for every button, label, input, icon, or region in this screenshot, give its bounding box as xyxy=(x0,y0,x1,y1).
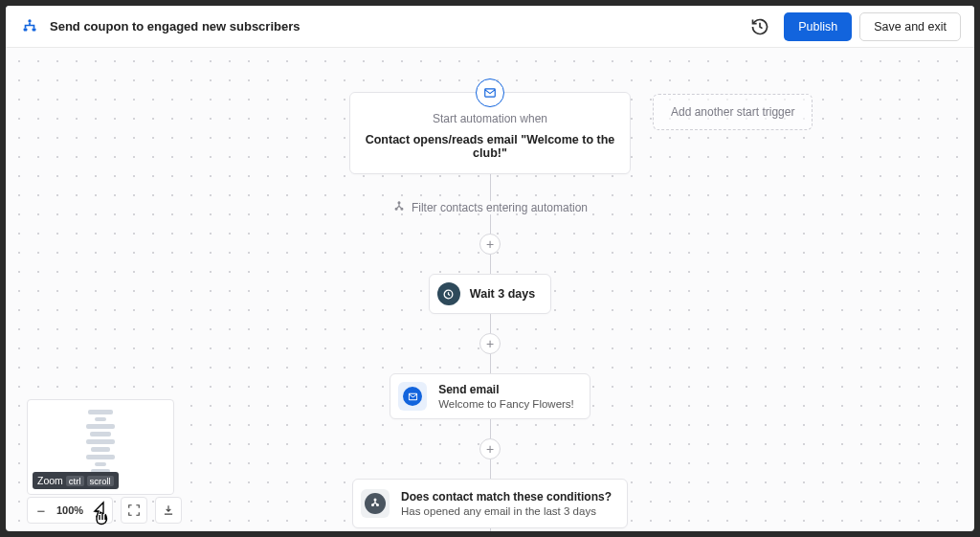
save-exit-button[interactable]: Save and exit xyxy=(859,12,961,41)
add-step-button[interactable]: + xyxy=(479,438,501,459)
automation-canvas[interactable]: Add another start trigger Start automati… xyxy=(6,48,974,531)
add-step-button[interactable]: + xyxy=(479,234,501,255)
history-button[interactable] xyxy=(746,12,774,41)
zoom-tip-label: Zoom xyxy=(37,475,63,486)
svg-point-9 xyxy=(377,504,379,506)
email-node-subtitle: Welcome to Fancy Flowers! xyxy=(438,398,574,410)
svg-point-3 xyxy=(398,202,400,204)
condition-subtitle: Has opened any email in the last 3 days xyxy=(401,505,612,517)
download-button[interactable] xyxy=(155,497,182,524)
svg-rect-2 xyxy=(33,28,36,31)
trigger-subtitle: Start automation when xyxy=(362,112,618,125)
filter-label: Filter contacts entering automation xyxy=(412,201,588,214)
zoom-in-button[interactable]: + xyxy=(85,497,112,524)
kbd-scroll: scroll xyxy=(87,476,114,486)
fit-screen-button[interactable] xyxy=(121,497,147,524)
wait-node[interactable]: Wait 3 days xyxy=(429,274,551,314)
minimap[interactable]: Zoom ctrl scroll xyxy=(27,399,174,495)
send-email-node[interactable]: Send email Welcome to Fancy Flowers! xyxy=(390,373,590,419)
page-title: Send coupon to engaged new subscribers xyxy=(50,19,301,34)
filter-contacts-link[interactable]: Filter contacts entering automation xyxy=(392,201,588,214)
email-node-title: Send email xyxy=(438,383,574,396)
split-icon xyxy=(392,201,406,214)
workflow-icon xyxy=(19,16,40,37)
condition-title: Does contact match these conditions? xyxy=(401,490,612,503)
svg-point-5 xyxy=(401,208,403,210)
trigger-node[interactable]: Start automation when Contact opens/read… xyxy=(349,92,631,174)
clock-icon xyxy=(437,282,460,305)
svg-point-7 xyxy=(374,499,376,501)
svg-point-8 xyxy=(372,504,374,506)
branch-icon xyxy=(361,489,390,518)
wait-label: Wait 3 days xyxy=(470,287,535,301)
mail-icon xyxy=(476,78,504,107)
kbd-ctrl: ctrl xyxy=(66,476,84,486)
svg-point-0 xyxy=(28,19,31,22)
trigger-title: Contact opens/reads email "Welcome to th… xyxy=(362,133,618,160)
zoom-out-button[interactable]: − xyxy=(28,497,55,524)
svg-rect-1 xyxy=(24,28,28,31)
zoom-tooltip: Zoom ctrl scroll xyxy=(33,472,119,489)
svg-point-4 xyxy=(395,208,397,210)
zoom-level: 100% xyxy=(55,504,85,516)
mail-icon xyxy=(398,382,427,411)
publish-button[interactable]: Publish xyxy=(784,12,852,41)
condition-node[interactable]: Does contact match these conditions? Has… xyxy=(352,479,628,528)
add-step-button[interactable]: + xyxy=(479,333,501,354)
